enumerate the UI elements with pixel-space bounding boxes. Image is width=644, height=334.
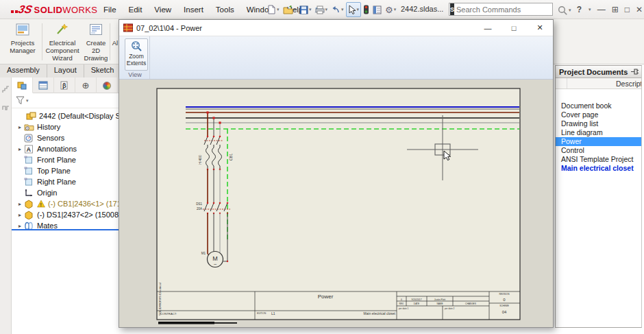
evaluate-report-icon[interactable] [371, 2, 383, 17]
command-manager-tabs: Assembly Layout Sketch Evalua [0, 64, 119, 77]
search-magnifier-icon[interactable]: ▾ [556, 3, 573, 18]
pane-grid-button[interactable]: ⊞ [612, 5, 619, 14]
column-divider [567, 78, 567, 89]
minimize-button[interactable]: — [597, 5, 606, 14]
panel-splitter[interactable] [12, 229, 119, 230]
tree-filter-row: ▾ [12, 93, 119, 108]
close-button[interactable]: ✕ [636, 5, 643, 14]
part-icon [24, 211, 35, 219]
options-gear-button[interactable]: ⚙▾ [384, 2, 397, 17]
tab-configuration-manager[interactable]: β [54, 77, 75, 93]
tree-item-cb1[interactable]: ▸ ! (-) CB1|2436<1> (1715 [12, 198, 119, 209]
project-doc-row-current[interactable]: Main electrical closet [556, 164, 641, 173]
panel-title: Project Documents [559, 68, 630, 76]
restore-button[interactable]: □ [625, 5, 630, 14]
assembly-icon [26, 112, 37, 121]
tab-layout[interactable]: Layout [47, 64, 84, 77]
tree-item-sensors[interactable]: Sensors [12, 132, 119, 143]
project-documents-header: Project Documents [556, 66, 641, 78]
ribbon-button-label: Projects Manager [4, 40, 41, 55]
schematic-canvas[interactable] [119, 80, 553, 327]
tree-item-front-plane[interactable]: Front Plane [12, 154, 119, 165]
tab-assembly[interactable]: Assembly [0, 64, 47, 77]
zoom-extents-label: Zoom Extents [125, 53, 147, 67]
window-minimize-button[interactable]: — [475, 24, 501, 32]
sensors-icon [24, 134, 35, 143]
schematic-toolbar: Zoom Extents View [119, 36, 553, 80]
help-button[interactable]: ? [577, 5, 582, 14]
tree-item-label: Right Plane [37, 178, 76, 186]
tree-item-label: Origin [37, 189, 57, 197]
expander-icon[interactable]: ▸ [16, 223, 24, 229]
project-doc-row[interactable]: Document book [556, 102, 641, 110]
expander-icon[interactable]: ▸ [16, 212, 24, 218]
panel-profile-icon[interactable] [2, 104, 10, 111]
solidworks-search-icon: S [450, 3, 454, 15]
plane-icon [24, 178, 35, 187]
create-2d-drawing-button[interactable]: Create 2D Drawing [83, 22, 109, 62]
tree-item-root[interactable]: 2442 (Default<Display State-1> [12, 110, 119, 121]
menu-file[interactable]: File [97, 3, 123, 16]
standard-toolbar: ▾ ▾ ▾ ▾ ▾ ▾ ⚙▾ [266, 1, 397, 18]
tree-item-origin[interactable]: Origin [12, 187, 119, 198]
interference-light-icon[interactable] [362, 2, 371, 17]
undo-button[interactable]: ▾ [330, 2, 345, 17]
tab-dimxpert-manager[interactable]: ⊕ [75, 77, 97, 93]
tree-item-label: Annotations [37, 145, 77, 153]
electrical-component-wizard-button[interactable]: Electrical Component Wizard [43, 22, 82, 62]
panel-steps-icon[interactable] [2, 86, 10, 93]
menu-tools[interactable]: Tools [210, 3, 240, 16]
new-document-button[interactable]: ▾ [266, 2, 281, 17]
filter-caret-icon[interactable]: ▾ [26, 98, 29, 104]
svg-text:A: A [27, 146, 32, 153]
ribbon-separator [110, 23, 110, 60]
menu-bar: 3SSOLIDWORKS File Edit View Insert Tools… [0, 0, 644, 19]
view-group: Zoom Extents View [121, 36, 150, 79]
plane-icon [24, 167, 35, 176]
expander-icon[interactable]: ▸ [16, 146, 24, 152]
tree-item-history[interactable]: ▸ History [12, 121, 119, 132]
annotations-icon: A [24, 145, 35, 154]
save-button[interactable]: ▾ [298, 2, 313, 17]
origin-icon [24, 189, 35, 198]
menu-insert[interactable]: Insert [177, 3, 210, 16]
history-folder-icon [24, 123, 35, 132]
menu-edit[interactable]: Edit [123, 3, 149, 16]
schematic-doc-icon [123, 23, 133, 32]
project-doc-row[interactable]: Control [556, 146, 641, 155]
tree-item-annotations[interactable]: ▸ A Annotations [12, 143, 119, 154]
search-input[interactable] [456, 5, 554, 14]
window-close-button[interactable]: ✕ [527, 23, 553, 32]
tab-property-manager[interactable] [33, 77, 54, 93]
description-column-header[interactable]: Description [616, 80, 641, 88]
tab-display-manager[interactable] [97, 77, 118, 93]
zoom-extents-button[interactable]: Zoom Extents [125, 38, 148, 71]
project-doc-row[interactable]: Cover page [556, 110, 641, 119]
active-document-name[interactable]: 2442.sldas... [401, 5, 443, 13]
window-maximize-button[interactable]: □ [501, 24, 527, 32]
tree-item-ds1[interactable]: ▸ (-) DS1|2437<2> (15008|Sch [12, 209, 119, 220]
tree-item-top-plane[interactable]: Top Plane [12, 165, 119, 176]
menu-view[interactable]: View [148, 3, 177, 16]
autohide-pin-icon[interactable] [630, 68, 639, 75]
project-doc-row-selected[interactable]: Power [556, 137, 641, 146]
tab-feature-tree[interactable] [12, 77, 33, 93]
project-doc-row[interactable]: Line diagram [556, 128, 641, 137]
help-caret-icon[interactable]: ▾ [589, 7, 591, 12]
schematic-window-titlebar[interactable]: 07_02\1\04 - Power — □ ✕ [119, 20, 553, 36]
tree-item-label: (-) DS1|2437<2> (15008|Sch [37, 211, 119, 219]
expander-icon[interactable]: ▸ [16, 124, 24, 130]
expander-icon[interactable]: ▸ [16, 201, 24, 207]
project-doc-row[interactable]: Drawing list [556, 119, 641, 128]
plane-icon [24, 156, 35, 165]
window-controls: ? ▾ — ⊞ □ ✕ [577, 0, 643, 19]
tab-sketch[interactable]: Sketch [84, 64, 122, 77]
select-tool-button[interactable]: ▾ [346, 2, 362, 17]
print-button[interactable]: ▾ [314, 2, 330, 17]
projects-manager-button[interactable]: Projects Manager [4, 22, 41, 55]
tree-item-right-plane[interactable]: Right Plane [12, 176, 119, 187]
project-doc-row[interactable]: ANSI Template Project [556, 155, 641, 164]
documents-column-header: Description [556, 78, 641, 89]
open-document-button[interactable]: ▾ [282, 2, 298, 17]
filter-funnel-icon[interactable] [16, 96, 25, 105]
